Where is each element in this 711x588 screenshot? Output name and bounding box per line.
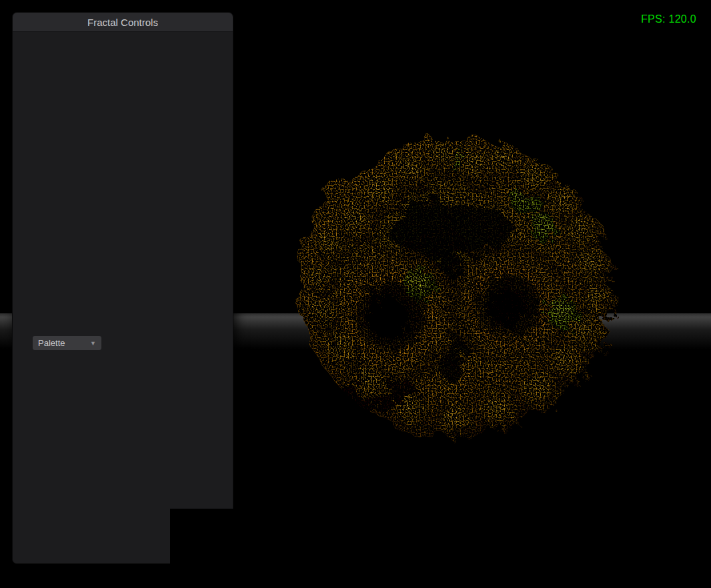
palette-swatch-yellow[interactable] [52,389,67,403]
chevron-down-icon: ▼ [90,340,96,347]
panel-title: Fractal Controls [87,17,158,28]
3d-fractals-label: 3D Fractals: [32,198,223,211]
checkmark-icon: ✓ [35,522,41,531]
fractal-button-mandelbox[interactable]: Mandelbox [34,239,82,253]
arrow-right-icon: ▶ [161,376,167,385]
fractal-button-tricorn[interactable]: Tricorn [34,132,66,146]
panel-collapse-icon[interactable]: ▼ [21,17,29,25]
slider-thumb[interactable] [51,479,58,489]
fractal-button-octahedron-ifs[interactable]: Octahedron IFS [34,253,101,267]
fractal-button-newton[interactable]: Newton [73,146,107,160]
fractal-button-nova[interactable]: Nova [88,160,113,174]
randomize-icon: ⊛ [123,40,129,49]
section-color-visualization[interactable]: ▼ Color & Visualization [21,308,223,321]
mandelbulb-fractal-render [280,115,627,448]
fractal-button-phoenix[interactable]: Phoenix [77,132,114,146]
collapse-icon: ▼ [21,311,28,318]
color-mode-dropdown[interactable]: Palette ▼ [33,336,101,350]
undo-icon: □ [32,41,37,49]
hide-ui-button[interactable]: ⏏ Hide UI (H) [26,55,92,68]
divider [32,193,223,193]
redo-button[interactable]: □ Redo [72,38,113,51]
divider [32,431,223,432]
fractal-controls-panel: ▼ Fractal Controls □ Undo □ Redo ⊛ Rando… [12,12,233,564]
undo-button[interactable]: □ Undo [26,38,67,51]
eject-icon: ⏏ [32,57,39,66]
animate-palette-label: Animate Palette [49,415,110,425]
expand-icon: ▶ [21,297,28,305]
collapse-icon: ▼ [21,453,28,461]
slider-thumb[interactable] [52,550,59,561]
step-multiplier-value[interactable]: 1.00 [105,535,129,547]
section-custom-palette-editor[interactable]: ▶ Custom Palette Editor [32,437,223,451]
sun-icon: ✳ [103,57,109,66]
fractal-button-celtic[interactable]: Celtic [34,146,61,160]
2d-fractals-label: 2D Fractals: [32,91,223,104]
color-mode-label: Color Mode: [32,321,223,334]
section-presets[interactable]: ▶ Presets [21,295,223,308]
max-steps-slider[interactable] [32,553,99,558]
palette-selection-label: Palette Selection: [32,360,223,373]
section-fractal-type[interactable]: ▼ Fractal Type [21,78,223,91]
fps-counter: FPS: 120.0 [641,13,696,25]
fractal-shape-label: Fractal Shape: [32,464,223,477]
scale-value[interactable]: 2.00 [105,479,129,490]
fractal-button-quaternion-cubic[interactable]: Quaternion Cubic [116,281,189,295]
redo-icon: □ [78,41,83,49]
step-multiplier-slider[interactable] [32,539,99,543]
divider [32,408,223,409]
current-palette-name: Rainbow [94,375,128,385]
fractal-button-icosahedron-ifs[interactable]: Icosahedron IFS [112,253,181,267]
divider [21,73,223,73]
theme-button[interactable]: ✳ Theme [97,55,146,68]
fractal-button-mandelbulb[interactable]: Mandelbulb [34,211,88,225]
fractal-button-mandelbrot[interactable]: Mandelbrot [34,104,83,118]
collapse-icon: ▼ [21,81,28,88]
fractal-button-tglad[interactable]: Tglad [93,239,121,253]
slider-thumb[interactable] [58,493,65,504]
fractal-button-hybrid-bulb-julia[interactable]: Hybrid Bulb-Julia [34,281,105,295]
power-label: Power [135,494,159,504]
next-palette-button[interactable]: Next ▶ [134,374,173,387]
fractal-button-julia-3d[interactable]: Julia 3D [102,225,139,239]
fractal-button-lyapunov[interactable]: Lyapunov [34,160,77,174]
fractal-button-sierpinski-3d[interactable]: Sierpinski 3D [34,225,91,239]
randomize-button[interactable]: ⊛ Randomize [117,38,183,51]
animate-palette-checkbox[interactable]: ✓ [33,415,43,425]
scale-slider[interactable] [32,482,99,487]
panel-scrollbar[interactable] [227,40,229,338]
panel-titlebar: ▼ Fractal Controls [13,13,233,32]
render-viewport[interactable]: FPS: 120.0 ▼ Fractal Controls □ Undo □ R… [0,0,711,588]
adaptive-step-size-checkbox[interactable]: ✓ [33,521,43,531]
power-value[interactable]: 8.0 [105,493,129,505]
fractal-button-julia[interactable]: Julia [94,104,117,118]
palette-swatch-purple[interactable] [110,389,125,403]
fractal-button-sierpinski[interactable]: Sierpinski [34,118,77,132]
palette-swatch-green[interactable] [71,389,86,403]
power-slider[interactable] [32,497,99,501]
fractal-button-kleinian[interactable]: Kleinian [121,267,157,281]
fractal-button-apollonian-gasket[interactable]: Apollonian Gasket [34,267,110,281]
section-3d-parameters[interactable]: ▼ 3D Parameters [21,451,223,464]
collapse-icon: ▼ [21,509,28,517]
step-multiplier-label: Step Multiplier [135,536,190,546]
fractal-button-burning-ship[interactable]: Burning Ship [88,118,143,132]
scale-label: Scale [135,479,157,489]
fractal-button-menger-sponge[interactable]: Menger Sponge [99,211,167,225]
max-steps-label: Max Steps [135,551,175,561]
fractal-button-magnet[interactable]: Magnet [34,174,68,188]
palette-swatch-blue[interactable] [91,389,105,403]
arrow-left-icon: ◀ [39,376,44,385]
adaptive-step-size-label: Adaptive Step Size [49,521,122,531]
palette-swatch-red[interactable] [33,389,47,403]
camera-icon: ◉ [157,57,163,66]
capture-button[interactable]: ◉ Capture [151,55,204,68]
max-steps-value[interactable]: 200 [105,550,129,561]
previous-palette-button[interactable]: ◀ Previous [33,374,88,387]
slider-thumb[interactable] [60,535,67,546]
section-ray-marching[interactable]: ▼ Ray Marching [21,507,223,520]
fractal-button-collatz[interactable]: Collatz [79,174,111,188]
divider [32,355,223,355]
expand-icon: ▶ [39,441,44,447]
